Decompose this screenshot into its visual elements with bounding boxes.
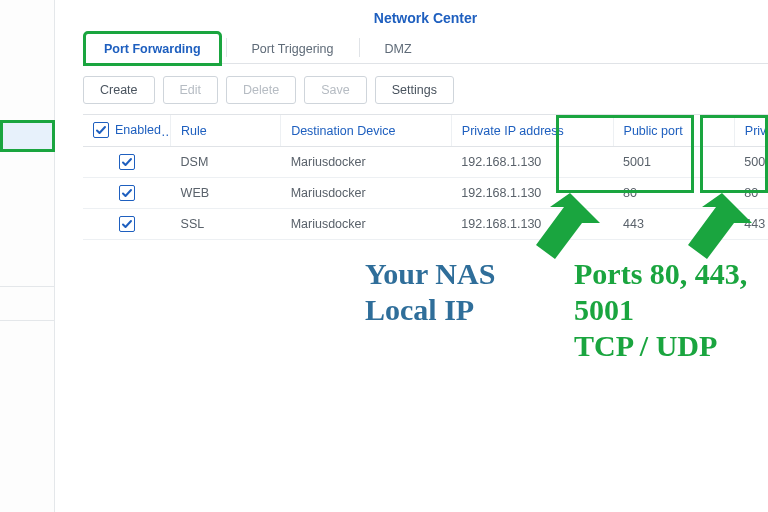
sidebar-divider [0, 320, 55, 321]
cell-rule: DSM [171, 147, 281, 178]
cell-destination: Mariusdocker [281, 178, 452, 209]
cell-enabled [83, 209, 171, 240]
annotation-ip-caption: Your NAS Local IP [365, 256, 495, 328]
cell-private-ip: 192.168.1.130 [451, 147, 613, 178]
tab-port-triggering[interactable]: Port Triggering [233, 33, 353, 64]
cell-enabled [83, 178, 171, 209]
select-all-checkbox[interactable] [93, 122, 109, 138]
edit-button[interactable]: Edit [163, 76, 219, 104]
cell-rule: SSL [171, 209, 281, 240]
delete-button[interactable]: Delete [226, 76, 296, 104]
toolbar: Create Edit Delete Save Settings [83, 64, 768, 114]
table-row[interactable]: DSM Mariusdocker 192.168.1.130 5001 5001 [83, 147, 768, 178]
col-enabled-label: Enabled [115, 123, 161, 137]
col-rule[interactable]: Rule [171, 115, 281, 147]
row-enabled-checkbox[interactable] [119, 154, 135, 170]
arrow-icon [672, 193, 752, 263]
annotation-line: Ports 80, 443, 5001 [574, 257, 747, 326]
save-button[interactable]: Save [304, 76, 367, 104]
create-button[interactable]: Create [83, 76, 155, 104]
cell-public-port: 5001 [613, 147, 734, 178]
svg-marker-0 [536, 193, 600, 259]
row-enabled-checkbox[interactable] [119, 216, 135, 232]
cell-private-port: 5001 [734, 147, 768, 178]
col-private-ip[interactable]: Private IP address [451, 115, 613, 147]
tab-separator [226, 38, 227, 57]
sidebar-item-active[interactable] [0, 120, 55, 152]
rules-table-wrap: Enabled Rule Destination Device Private … [83, 114, 768, 240]
table-row[interactable]: WEB Mariusdocker 192.168.1.130 80 80 [83, 178, 768, 209]
settings-button[interactable]: Settings [375, 76, 454, 104]
annotation-line: Local IP [365, 293, 474, 326]
tab-bar: Port Forwarding Port Triggering DMZ [83, 32, 768, 64]
cell-destination: Mariusdocker [281, 209, 452, 240]
row-enabled-checkbox[interactable] [119, 185, 135, 201]
sidebar-divider [0, 286, 55, 287]
rules-table: Enabled Rule Destination Device Private … [83, 115, 768, 240]
cell-rule: WEB [171, 178, 281, 209]
arrow-icon [520, 193, 600, 263]
col-private-port[interactable]: Private port [734, 115, 768, 147]
cell-destination: Mariusdocker [281, 147, 452, 178]
sidebar [0, 0, 55, 512]
tab-separator [359, 38, 360, 57]
col-destination[interactable]: Destination Device [281, 115, 452, 147]
table-header-row: Enabled Rule Destination Device Private … [83, 115, 768, 147]
svg-marker-1 [688, 193, 752, 259]
col-enabled[interactable]: Enabled [83, 115, 171, 147]
col-public-port[interactable]: Public port [613, 115, 734, 147]
tab-dmz[interactable]: DMZ [366, 33, 431, 64]
annotation-line: TCP / UDP [574, 329, 717, 362]
table-row[interactable]: SSL Mariusdocker 192.168.1.130 443 443 [83, 209, 768, 240]
annotation-line: Your NAS [365, 257, 495, 290]
annotation-ports-caption: Ports 80, 443, 5001 TCP / UDP [574, 256, 768, 364]
cell-enabled [83, 147, 171, 178]
tab-port-forwarding[interactable]: Port Forwarding [85, 33, 220, 64]
window-title: Network Center [83, 0, 768, 32]
